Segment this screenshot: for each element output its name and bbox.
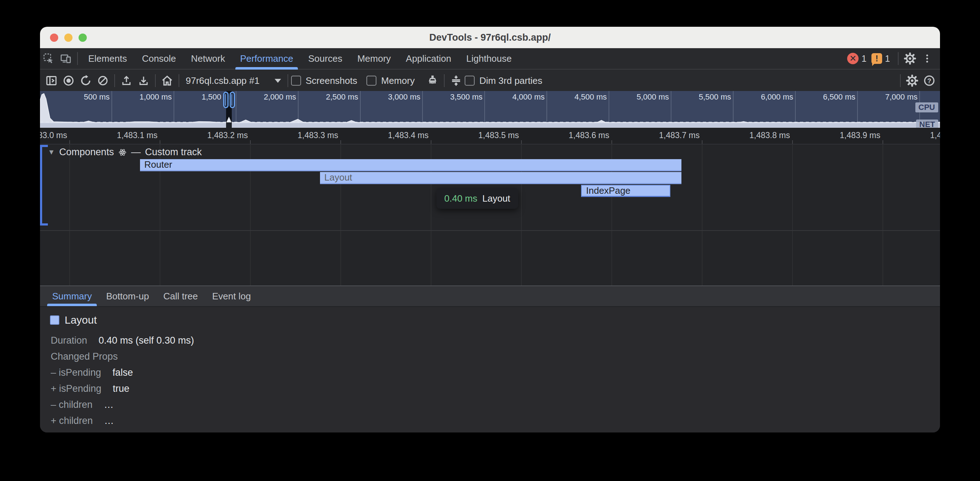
ruler-tick-label: 1,483.2 ms [207,130,248,140]
summary-row-label: Duration [51,335,87,346]
details-tab-bottom-up[interactable]: Bottom-up [99,286,156,306]
summary-row-label: + children [51,415,93,426]
summary-row-value: 0.40 ms (self 0.30 ms) [99,335,194,346]
ruler-tick-label: 1,483.8 ms [749,130,790,140]
ruler-tick-label: 1,483.4 ms [388,130,429,140]
tab-lighthouse[interactable]: Lighthouse [459,48,519,69]
cpu-lane-label: CPU [915,102,938,113]
selection-right-handle[interactable] [230,92,235,108]
tab-label: Console [142,53,176,64]
overview-tick-label: 4,000 ms [512,92,545,102]
tab-console[interactable]: Console [134,48,183,69]
upload-profile-icon[interactable] [118,71,135,90]
summary-row-value: … [104,415,114,426]
tab-label: Summary [52,291,92,302]
ruler-tick-label: 1,483.1 ms [117,130,158,140]
clear-icon[interactable] [94,71,111,90]
console-warning-icon[interactable]: ! [872,53,882,64]
overview-tick-label: 500 ms [84,92,110,102]
error-count: 1 [861,54,866,64]
tooltip-label: Layout [482,193,511,204]
ruler-tick-label: 1,483.5 ms [478,130,519,140]
collapse-triangle-icon[interactable]: ▼ [48,148,55,156]
event-bar-indexpage[interactable]: IndexPage [581,185,670,197]
window-title: DevTools - 97r6ql.csb.app/ [40,27,940,48]
download-profile-icon[interactable] [135,71,152,90]
cpu-baseline-dashed-line [40,122,940,122]
warning-count: 1 [885,54,890,64]
details-tab-summary[interactable]: Summary [45,286,99,306]
divider [288,74,288,87]
overview-tick-label: 7,000 ms [885,92,918,102]
tab-label: Memory [357,53,391,64]
overview-tick-label: 3,000 ms [388,92,421,102]
event-bar-router[interactable]: Router [140,159,681,171]
flame-gridline [69,144,70,286]
settings-gear-icon[interactable] [901,49,919,68]
tab-network[interactable]: Network [184,48,232,69]
track-separator [40,230,940,231]
divider [77,52,78,65]
flame-gridline [702,144,703,286]
tab-label: Elements [88,53,127,64]
tab-label: Application [406,53,451,64]
active-tab-underline [235,67,298,70]
collapse-recording-icon[interactable] [447,71,465,90]
tab-performance[interactable]: Performance [232,48,301,69]
panel-tabs: ElementsConsoleNetworkPerformanceSources… [81,48,519,69]
memory-checkbox[interactable] [366,76,376,86]
dim-3rd-parties-checkbox[interactable] [465,76,475,86]
tab-elements[interactable]: Elements [81,48,134,69]
toggle-sidebar-icon[interactable] [43,71,60,90]
react-atom-icon [118,148,127,157]
ruler-tick-mark [521,140,522,144]
timeline-overview[interactable]: 500 ms1,000 ms1,500 ms2,000 ms2,500 ms3,… [40,91,940,128]
ruler-tick-label: 1,483.0 ms [40,130,67,140]
divider [178,74,179,87]
overview-tick-label: 2,000 ms [264,92,296,102]
titlebar: DevTools - 97r6ql.csb.app/ [40,27,940,48]
console-error-icon[interactable]: ✕ [847,53,859,64]
ruler-tick-mark [160,140,161,144]
tab-application[interactable]: Application [398,48,458,69]
ruler-tick-mark [883,140,883,144]
summary-row-label: – children [51,399,92,410]
tab-label: Event log [212,291,251,302]
help-icon[interactable]: ? [921,71,938,90]
flame-chart[interactable]: ▼ Components — Custom track RouterLayout… [40,144,940,286]
track-subtitle: Custom track [145,147,202,158]
tab-sources[interactable]: Sources [301,48,350,69]
tab-memory[interactable]: Memory [350,48,398,69]
inspect-element-icon[interactable] [40,49,57,68]
summary-row: – isPendingfalse [51,367,133,378]
summary-row-label: + isPending [51,383,102,394]
overview-tick-label: 6,000 ms [761,92,794,102]
home-icon[interactable] [159,71,176,90]
overview-tick-label: 6,500 ms [823,92,856,102]
event-bar-layout[interactable]: Layout [320,172,681,184]
tooltip-duration: 0.40 ms [444,193,477,204]
details-tab-call-tree[interactable]: Call tree [156,286,205,306]
overview-tick-label: 1,000 ms [140,92,172,102]
selection-left-handle[interactable] [223,92,229,108]
overview-tick-label: 3,500 ms [450,92,483,102]
summary-row-value: false [113,367,133,378]
collect-garbage-icon[interactable] [424,71,441,90]
target-selector[interactable]: 97r6ql.csb.app #1 [186,75,281,86]
details-tab-event-log[interactable]: Event log [205,286,258,306]
overview-tick-label: 2,500 ms [326,92,359,102]
ruler-tick-mark [340,140,341,144]
more-options-kebab-icon[interactable] [919,49,936,68]
track-selection-bracket [40,145,42,225]
screenshots-checkbox[interactable] [291,76,301,86]
track-header[interactable]: ▼ Components — Custom track [48,147,202,158]
device-toolbar-icon[interactable] [57,49,74,68]
record-icon[interactable] [60,71,77,90]
summary-row-label: Changed Props [51,351,118,362]
divider [114,74,115,87]
reload-and-record-icon[interactable] [77,71,94,90]
performance-settings-gear-icon[interactable] [904,71,921,90]
screenshots-label: Screenshots [306,75,358,86]
ruler-tick-label: 1,483.6 ms [569,130,609,140]
tab-label: Bottom-up [106,291,149,302]
